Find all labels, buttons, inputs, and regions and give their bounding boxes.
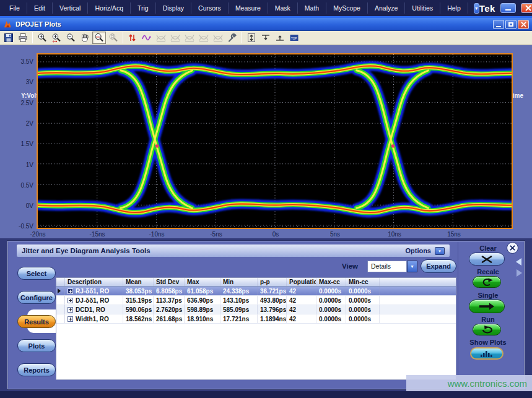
nav-configure-button[interactable]: Configure — [17, 291, 56, 304]
table-cell: 42 — [287, 287, 316, 295]
menu-item-measure[interactable]: Measure — [229, 2, 268, 14]
histogram-icon — [475, 349, 499, 358]
show-plots-button[interactable] — [470, 347, 504, 360]
vertical-cursors-button[interactable] — [126, 32, 139, 44]
col-header-min-cc[interactable]: Min-cc — [346, 278, 380, 286]
print-button[interactable] — [16, 32, 30, 44]
x-tick-label: 5ns — [320, 231, 351, 238]
y-tick-label: 0V — [12, 202, 33, 209]
waveform-overlay-button[interactable] — [140, 32, 154, 44]
col-header-max[interactable]: Max — [185, 278, 220, 286]
menu-item-vertical[interactable]: Vertical — [53, 2, 88, 14]
table-row[interactable]: RJ-δδ1, RO 38.053ps 6.8058ps 61.058ps 24… — [56, 287, 456, 296]
col-header-min[interactable]: Min — [220, 278, 258, 286]
recalc-icon — [475, 278, 499, 287]
table-row[interactable]: DJ-δδ1, RO 315.19ps 113.37ps 636.90ps 14… — [56, 296, 456, 305]
col-header-description[interactable]: Description — [65, 278, 123, 286]
dpojet-title-bar[interactable]: DPOJET Plots — [0, 18, 532, 31]
zoom-in-icon — [37, 33, 47, 43]
zoom-out-icon — [66, 33, 76, 43]
nav-reports-button[interactable]: Reports — [17, 363, 56, 376]
menu-item-display[interactable]: Display — [156, 2, 191, 14]
window-maximize-button[interactable] — [505, 20, 517, 29]
fit-vertical-button[interactable] — [245, 32, 258, 44]
window-minimize-button[interactable] — [493, 20, 504, 29]
expand-toggle-icon[interactable] — [68, 288, 73, 294]
menu-item-file[interactable]: File — [2, 2, 27, 14]
col-header-mean[interactable]: Mean — [123, 278, 154, 286]
col-header-std-dev[interactable]: Std Dev — [154, 278, 185, 286]
recalc-button[interactable] — [473, 276, 501, 288]
nav-plots-button[interactable]: Plots — [17, 339, 56, 352]
cursor-bottom-button[interactable] — [273, 32, 287, 44]
zoom-100-button[interactable]: 100 — [92, 32, 106, 44]
top-view-icon: TOP — [289, 33, 299, 43]
nav-results-button[interactable]: Results — [17, 315, 56, 328]
x-tick-label: -10ns — [141, 231, 172, 238]
run-button[interactable] — [473, 324, 501, 335]
save-button[interactable] — [2, 32, 15, 44]
nav-select-button[interactable]: Select — [17, 267, 56, 280]
zoom-in-button[interactable] — [35, 32, 49, 44]
table-row[interactable]: DCD1, RO 590.06ps 2.7620ps 598.89ps 585.… — [56, 305, 456, 314]
zoom-out-button[interactable] — [64, 32, 77, 44]
menu-dropdown-button[interactable]: ▼ — [474, 3, 479, 14]
table-cell: 493.80ps — [258, 296, 287, 305]
table-cell: 38.053ps — [123, 287, 154, 295]
options-dropdown-button[interactable]: ▼ — [435, 247, 445, 255]
table-cell: 18.562ns — [123, 314, 154, 323]
clear-button[interactable] — [469, 253, 505, 266]
menu-item-horiz-acq[interactable]: Horiz/Acq — [88, 2, 131, 14]
settings-button[interactable] — [225, 32, 239, 44]
menu-item-cursors[interactable]: Cursors — [191, 2, 229, 14]
cursor-top-button[interactable] — [259, 32, 273, 44]
zoom-horizontal-button[interactable] — [50, 32, 63, 44]
svg-text:100: 100 — [96, 35, 101, 38]
expand-toggle-icon[interactable] — [68, 298, 73, 303]
table-cell: 113.37ps — [154, 296, 185, 305]
window-close-button[interactable] — [518, 20, 529, 29]
menu-item-mask[interactable]: Mask — [268, 2, 298, 14]
panel-prev-button[interactable] — [516, 258, 521, 266]
eye-diagram-plot — [38, 54, 512, 228]
menu-item-edit[interactable]: Edit — [27, 2, 53, 14]
pan-button[interactable] — [78, 32, 92, 44]
y-tick-label: 2V — [12, 120, 33, 127]
expand-toggle-icon[interactable] — [68, 307, 73, 313]
table-cell: 0.0000s — [316, 314, 346, 323]
single-button[interactable] — [469, 300, 505, 313]
expand-toggle-icon[interactable] — [68, 316, 73, 322]
view-label: View — [342, 262, 358, 270]
scope-minimize-button[interactable] — [500, 3, 516, 13]
svg-text:TOP: TOP — [291, 37, 297, 40]
analysis-title: Jitter and Eye Diagram Analysis Tools — [22, 247, 150, 254]
table-cell: 0.0000s — [346, 314, 380, 323]
menu-item-help[interactable]: Help — [440, 2, 468, 14]
menu-item-analyze[interactable]: Analyze — [368, 2, 405, 14]
menu-item-trig[interactable]: Trig — [131, 2, 156, 14]
scope-close-button[interactable] — [521, 3, 532, 13]
sine-wave-icon — [142, 33, 152, 43]
table-cell: 261.68ps — [154, 314, 185, 323]
tek-logo: Tek — [479, 3, 495, 14]
col-header-p-p[interactable]: p-p — [258, 278, 287, 286]
view-select-arrow-button[interactable]: ▼ — [407, 261, 417, 272]
table-cell: 42 — [287, 314, 316, 323]
panel-next-button[interactable] — [517, 269, 522, 277]
top-view-button[interactable]: TOP — [287, 32, 301, 44]
col-header-max-cc[interactable]: Max-cc — [316, 278, 346, 286]
menu-item-utilities[interactable]: Utilities — [405, 2, 440, 14]
hand-pan-icon — [80, 33, 90, 43]
table-cell: 1.1894ns — [258, 314, 287, 323]
col-header-population[interactable]: Population — [287, 278, 316, 286]
table-cell: 598.89ps — [185, 305, 220, 314]
wrench-icon — [227, 33, 237, 43]
menu-item-math[interactable]: Math — [298, 2, 326, 14]
menu-item-myscope[interactable]: MyScope — [326, 2, 368, 14]
table-row[interactable]: Width1, RO 18.562ns 261.68ps 18.910ns 17… — [56, 314, 456, 324]
expand-button[interactable]: Expand — [421, 259, 456, 273]
scope-menu-bar: File Edit Vertical Horiz/Acq Trig Displa… — [0, 0, 532, 16]
watermark: www.cntronics.com — [406, 375, 532, 391]
bottom-edge — [0, 391, 532, 398]
view-select[interactable]: Details — [367, 261, 407, 272]
